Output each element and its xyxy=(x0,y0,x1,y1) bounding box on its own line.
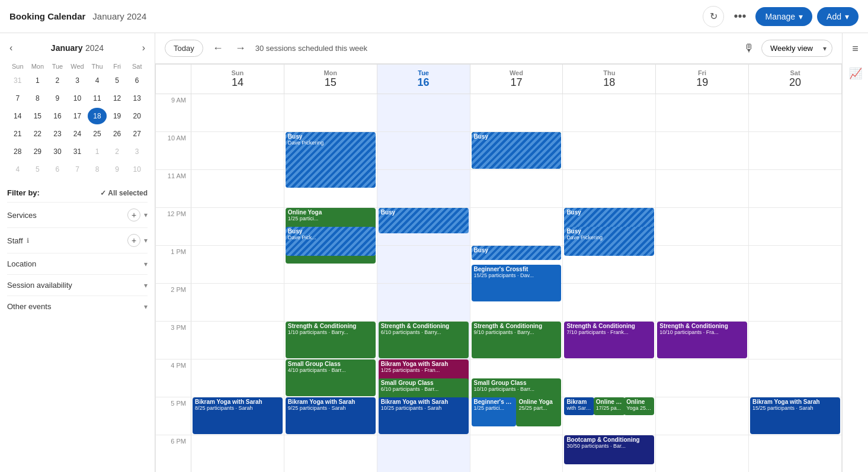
mini-cal-day[interactable]: 29 xyxy=(28,143,47,160)
mini-cal-day[interactable]: 2 xyxy=(108,143,127,160)
cal-prev-button[interactable]: ← xyxy=(210,40,226,57)
day-cell[interactable] xyxy=(656,397,749,435)
calendar-event[interactable]: Online Yoga25/25 part... xyxy=(516,397,561,426)
day-cell[interactable]: Busy xyxy=(377,208,470,246)
day-cell[interactable] xyxy=(656,132,749,170)
calendar-event[interactable]: Beginner's Crossfit15/25 participants · … xyxy=(472,265,562,301)
day-cell[interactable]: Strength & Conditioning9/10 participants… xyxy=(470,322,563,359)
day-cell[interactable]: Bikram Yoga with Sarah9/25 participants … xyxy=(284,397,377,435)
day-cell[interactable] xyxy=(191,94,284,132)
day-cell[interactable]: BusyBusyDave Pickering xyxy=(563,208,656,246)
day-cell[interactable] xyxy=(377,94,470,132)
calendar-event[interactable]: BusyDave Pickering xyxy=(286,132,376,188)
day-cell[interactable] xyxy=(284,435,377,473)
mini-cal-day[interactable]: 22 xyxy=(28,126,47,142)
filter-staff[interactable]: Staff ℹ + ▾ xyxy=(7,227,148,253)
calendar-event[interactable]: Bikram Yoga with Sarah8/25 participants … xyxy=(193,397,283,434)
mini-cal-day[interactable]: 8 xyxy=(28,90,47,107)
day-cell[interactable] xyxy=(191,435,284,473)
today-button[interactable]: Today xyxy=(165,40,203,57)
mini-cal-day[interactable]: 4 xyxy=(8,161,27,178)
mini-cal-day[interactable]: 24 xyxy=(68,126,87,142)
mini-cal-day[interactable]: 31 xyxy=(68,143,87,160)
mini-cal-day[interactable]: 13 xyxy=(127,90,146,107)
cal-next-button[interactable]: → xyxy=(233,40,248,57)
mini-cal-day[interactable]: 20 xyxy=(127,108,146,124)
filter-session-availability[interactable]: Session availability ▾ xyxy=(7,274,148,296)
mini-cal-day[interactable]: 5 xyxy=(28,161,47,178)
mini-cal-day[interactable]: 16 xyxy=(48,108,67,124)
calendar-event[interactable]: Bikram Yoga with Sarah10/25 participants… xyxy=(379,397,469,434)
mini-cal-day[interactable]: 10 xyxy=(68,90,87,107)
day-cell[interactable] xyxy=(749,132,842,170)
day-cell[interactable] xyxy=(563,170,656,208)
manage-button[interactable]: Manage ▾ xyxy=(755,7,812,26)
day-cell[interactable] xyxy=(470,170,563,208)
microphone-icon[interactable]: 🎙 xyxy=(744,42,754,54)
day-cell[interactable]: Strength & Conditioning10/10 participant… xyxy=(656,322,749,359)
calendar-event[interactable]: Busy xyxy=(379,208,469,233)
day-cell[interactable]: Zumba25/50 partic...Busy xyxy=(470,132,563,170)
day-cell[interactable] xyxy=(377,170,470,208)
mini-cal-day[interactable]: 6 xyxy=(48,161,67,178)
calendar-event[interactable]: Strength & Conditioning10/10 participant… xyxy=(657,322,747,358)
calendar-event[interactable]: BusyDave Pick... xyxy=(286,227,376,256)
mini-cal-day[interactable]: 27 xyxy=(127,126,146,142)
filter-location[interactable]: Location ▾ xyxy=(7,253,148,274)
day-cell[interactable]: Strength & Conditioning1/10 participants… xyxy=(284,322,377,359)
calendar-event[interactable]: Busy xyxy=(472,246,562,260)
view-select[interactable]: Weekly view Daily view Monthly view xyxy=(761,40,832,57)
mini-cal-day[interactable]: 17 xyxy=(68,108,87,124)
day-cell[interactable]: Bikram Yoga with Sarah8/25 participants … xyxy=(191,397,284,435)
filter-staff-add-button[interactable]: + xyxy=(127,234,140,247)
day-cell[interactable] xyxy=(191,284,284,322)
mini-cal-day[interactable]: 12 xyxy=(108,90,127,107)
mini-cal-day[interactable]: 1 xyxy=(88,143,107,160)
day-cell[interactable] xyxy=(284,284,377,322)
day-cell[interactable] xyxy=(749,284,842,322)
mini-cal-next-button[interactable]: › xyxy=(140,40,148,56)
mini-cal-day[interactable]: 19 xyxy=(108,108,127,124)
day-cell[interactable] xyxy=(284,94,377,132)
mini-cal-day[interactable]: 4 xyxy=(88,72,107,89)
calendar-event[interactable]: Small Group Class4/10 participants · Bar… xyxy=(286,359,376,396)
calendar-event[interactable]: Strength & Conditioning6/10 participants… xyxy=(379,322,469,358)
day-cell[interactable] xyxy=(749,170,842,208)
add-button[interactable]: Add ▾ xyxy=(817,7,859,26)
day-cell[interactable]: Small Group Class4/10 participants · Bar… xyxy=(284,359,377,397)
day-cell[interactable] xyxy=(656,246,749,284)
day-cell[interactable] xyxy=(377,132,470,170)
day-cell[interactable]: Online Yoga1/25 partici...BusyDave Pick.… xyxy=(284,208,377,246)
mini-cal-day[interactable]: 7 xyxy=(68,161,87,178)
day-cell[interactable] xyxy=(656,208,749,246)
mini-cal-day[interactable]: 15 xyxy=(28,108,47,124)
mini-cal-day[interactable]: 23 xyxy=(48,126,67,142)
calendar-event[interactable]: Strength & Conditioning1/10 participants… xyxy=(286,322,376,358)
mini-cal-day[interactable]: 18 xyxy=(88,108,107,124)
day-cell[interactable] xyxy=(749,208,842,246)
day-cell[interactable] xyxy=(656,435,749,473)
day-cell[interactable] xyxy=(191,246,284,284)
day-cell[interactable] xyxy=(470,94,563,132)
calendar-event[interactable]: OnlineYoga 25/25... xyxy=(624,397,654,415)
day-cell[interactable] xyxy=(749,435,842,473)
day-cell[interactable] xyxy=(749,246,842,284)
filter-list-icon[interactable]: ≡ xyxy=(850,40,861,57)
mini-cal-day[interactable]: 26 xyxy=(108,126,127,142)
calendar-event[interactable]: Busy xyxy=(472,132,562,169)
day-cell[interactable] xyxy=(191,170,284,208)
calendar-event[interactable]: Beginner's C...1/25 partici... xyxy=(472,397,517,426)
more-button[interactable]: ••• xyxy=(729,7,751,25)
day-cell[interactable] xyxy=(377,435,470,473)
mini-cal-day[interactable]: 21 xyxy=(8,126,27,142)
filter-services[interactable]: Services + ▾ xyxy=(7,202,148,227)
day-cell[interactable]: BusyBeginner's Crossfit15/25 participant… xyxy=(470,246,563,284)
calendar-event[interactable]: Bootcamp & Conditioning30/50 participant… xyxy=(564,435,654,464)
calendar-event[interactable]: Bikram Yoga with Sarah15/25 participants… xyxy=(750,397,840,434)
day-cell[interactable] xyxy=(563,94,656,132)
day-cell[interactable]: Strength & Conditioning7/10 participants… xyxy=(563,322,656,359)
mini-cal-day[interactable]: 2 xyxy=(48,72,67,89)
day-cell[interactable] xyxy=(191,208,284,246)
day-cell[interactable] xyxy=(377,284,470,322)
day-cell[interactable] xyxy=(191,359,284,397)
